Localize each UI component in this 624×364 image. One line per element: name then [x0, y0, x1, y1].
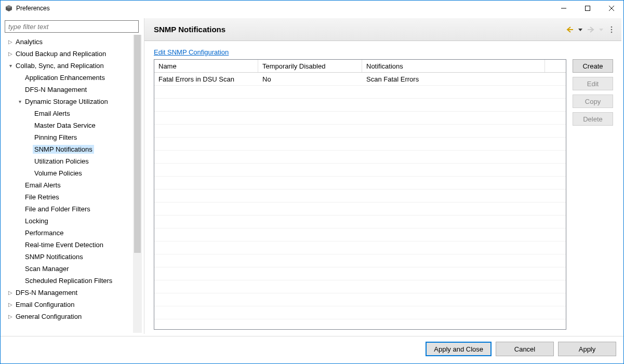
- tree-item-volume-policies[interactable]: Volume Policies: [33, 169, 84, 178]
- table-row[interactable]: [154, 293, 566, 306]
- apply-and-close-button[interactable]: Apply and Close: [426, 342, 492, 356]
- content-header: SNMP Notifications: [144, 18, 621, 41]
- tree-item-collab[interactable]: Collab, Sync, and Replication: [14, 61, 105, 70]
- table-row[interactable]: [154, 267, 566, 280]
- copy-button: Copy: [573, 95, 613, 108]
- tree-item-master-data[interactable]: Master Data Service: [33, 121, 97, 130]
- maximize-button[interactable]: [576, 1, 600, 16]
- table-row[interactable]: [154, 125, 566, 138]
- tree-item-general-config[interactable]: General Configuration: [14, 312, 83, 321]
- close-button[interactable]: [600, 1, 623, 16]
- tree-item-file-retries[interactable]: File Retries: [23, 193, 61, 201]
- sidebar: ▷Analytics ▷Cloud Backup and Replication…: [3, 18, 142, 334]
- tree-item-dsu[interactable]: Dynamic Storage Utilization: [23, 97, 110, 106]
- col-disabled[interactable]: Temporarily Disabled: [258, 60, 362, 72]
- body: ▷Analytics ▷Cloud Backup and Replication…: [1, 16, 623, 363]
- tree-item-pinning-filters[interactable]: Pinning Filters: [33, 133, 78, 142]
- minimize-button[interactable]: [552, 1, 576, 16]
- tree-item-analytics[interactable]: Analytics: [14, 37, 44, 46]
- create-button[interactable]: Create: [573, 59, 613, 73]
- forward-arrow-icon[interactable]: [586, 25, 595, 34]
- cell-disabled: No: [258, 75, 362, 83]
- side-buttons: Create Edit Copy Delete: [573, 59, 613, 330]
- app-icon: [5, 4, 13, 12]
- table-row[interactable]: [154, 228, 566, 241]
- chevron-right-icon[interactable]: ▷: [7, 302, 14, 307]
- table-row[interactable]: [154, 151, 566, 164]
- chevron-right-icon[interactable]: ▷: [7, 51, 14, 57]
- svg-point-10: [611, 31, 613, 33]
- cancel-button[interactable]: Cancel: [496, 342, 554, 356]
- tree-item-app-enhancements[interactable]: Application Enhancements: [23, 73, 107, 82]
- content-pane: SNMP Notifications: [144, 18, 621, 334]
- window-title: Preferences: [16, 5, 552, 12]
- footer: Apply and Close Cancel Apply: [1, 336, 623, 363]
- titlebar: Preferences: [1, 1, 623, 16]
- tree-item-performance[interactable]: Performance: [23, 228, 65, 237]
- preferences-window: Preferences ▷Analy: [0, 0, 624, 364]
- apply-button[interactable]: Apply: [558, 342, 616, 356]
- table-header: Name Temporarily Disabled Notifications: [154, 60, 566, 73]
- svg-point-9: [611, 29, 613, 30]
- col-spacer: [545, 60, 556, 72]
- table-body: Fatal Errors in DSU Scan No Scan Fatal E…: [154, 73, 566, 329]
- notifications-table: Name Temporarily Disabled Notifications …: [154, 59, 566, 330]
- table-row[interactable]: [154, 241, 566, 254]
- tree-item-locking[interactable]: Locking: [23, 217, 50, 225]
- tree-item-dfsn-management-2[interactable]: DFS-N Management: [14, 288, 79, 297]
- table-row[interactable]: [154, 280, 566, 293]
- table-row[interactable]: [154, 190, 566, 203]
- edit-button: Edit: [573, 77, 613, 90]
- table-row[interactable]: [154, 164, 566, 177]
- header-tools: [565, 25, 616, 34]
- col-name[interactable]: Name: [154, 60, 258, 72]
- delete-button: Delete: [573, 112, 613, 126]
- edit-snmp-config-link[interactable]: Edit SNMP Configuration: [154, 48, 229, 56]
- scrollbar-thumb[interactable]: [134, 35, 141, 253]
- cell-notifications: Scan Fatal Errors: [362, 75, 545, 83]
- tree-item-realtime[interactable]: Real-time Event Detection: [23, 240, 105, 249]
- back-arrow-icon[interactable]: [565, 25, 575, 34]
- table-row[interactable]: [154, 203, 566, 215]
- dropdown-arrow-icon[interactable]: [596, 25, 606, 34]
- tree-item-email-config[interactable]: Email Configuration: [14, 300, 76, 309]
- chevron-down-icon[interactable]: ▾: [16, 99, 23, 104]
- tree-item-scheduled-replication[interactable]: Scheduled Replication Filters: [23, 276, 114, 285]
- tree-item-snmp-dsu[interactable]: SNMP Notifications: [33, 145, 94, 154]
- chevron-down-icon[interactable]: ▾: [7, 63, 14, 69]
- table-row[interactable]: [154, 306, 566, 319]
- dropdown-arrow-icon[interactable]: [576, 25, 585, 34]
- table-row[interactable]: Fatal Errors in DSU Scan No Scan Fatal E…: [154, 73, 566, 86]
- svg-marker-6: [578, 29, 582, 31]
- svg-marker-7: [599, 29, 603, 31]
- table-row[interactable]: [154, 112, 566, 125]
- chevron-right-icon[interactable]: ▷: [7, 314, 14, 319]
- tree-scrollbar[interactable]: [133, 35, 142, 333]
- chevron-right-icon[interactable]: ▷: [7, 39, 14, 45]
- tree-item-scan-manager[interactable]: Scan Manager: [23, 264, 71, 273]
- content-body: Edit SNMP Configuration Name Temporarily…: [144, 41, 621, 334]
- tree-item-dfsn-management[interactable]: DFS-N Management: [23, 85, 88, 94]
- chevron-right-icon[interactable]: ▷: [7, 290, 14, 295]
- svg-rect-3: [586, 6, 590, 11]
- filter-box: [5, 20, 139, 33]
- cell-name: Fatal Errors in DSU Scan: [154, 75, 258, 83]
- col-notifications[interactable]: Notifications: [362, 60, 545, 72]
- tree-item-cloud-backup[interactable]: Cloud Backup and Replication: [14, 49, 108, 58]
- tree-item-utilization-policies[interactable]: Utilization Policies: [33, 157, 90, 166]
- tree-item-snmp[interactable]: SNMP Notifications: [23, 252, 85, 261]
- table-row[interactable]: [154, 254, 566, 267]
- tree-item-email-alerts[interactable]: Email Alerts: [23, 181, 62, 190]
- window-controls: [552, 1, 623, 16]
- table-row[interactable]: [154, 215, 566, 228]
- table-row[interactable]: [154, 177, 566, 190]
- menu-dots-icon[interactable]: [607, 25, 616, 34]
- filter-input[interactable]: [5, 20, 139, 33]
- tree-item-file-folder-filters[interactable]: File and Folder Filters: [23, 205, 92, 213]
- preferences-tree[interactable]: ▷Analytics ▷Cloud Backup and Replication…: [4, 35, 142, 333]
- main-area: ▷Analytics ▷Cloud Backup and Replication…: [1, 16, 623, 336]
- table-row[interactable]: [154, 99, 566, 112]
- table-row[interactable]: [154, 86, 566, 99]
- tree-item-email-alerts-dsu[interactable]: Email Alerts: [33, 109, 72, 118]
- table-row[interactable]: [154, 138, 566, 151]
